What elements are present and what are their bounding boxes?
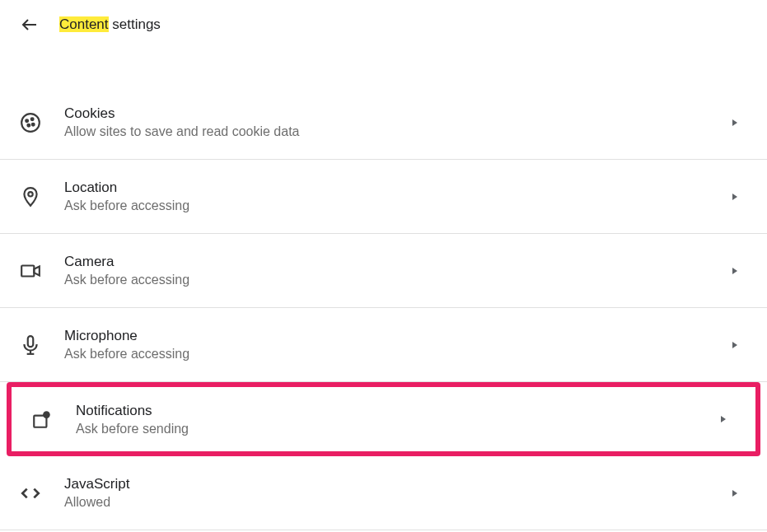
chevron-right-icon (729, 117, 741, 128)
row-title: Notifications (76, 403, 718, 419)
row-text: Cookies Allow sites to save and read coo… (64, 105, 729, 139)
svg-point-1 (21, 114, 40, 132)
cookie-icon (20, 112, 41, 133)
title-suffix: settings (109, 16, 161, 32)
page-header: Content settings (0, 0, 767, 49)
svg-marker-18 (721, 416, 726, 422)
arrow-left-icon (20, 15, 40, 35)
chevron-right-icon (718, 413, 729, 425)
svg-marker-15 (732, 342, 737, 348)
row-title: Cookies (64, 105, 729, 122)
row-text: Location Ask before accessing (64, 180, 729, 213)
chevron-right-icon (729, 265, 741, 277)
svg-point-3 (31, 118, 34, 120)
page-title: Content settings (59, 16, 161, 33)
settings-list: Cookies Allow sites to save and read coo… (0, 86, 767, 530)
svg-marker-8 (732, 194, 737, 200)
row-subtitle: Ask before accessing (64, 198, 729, 213)
setting-row-camera[interactable]: Camera Ask before accessing (0, 234, 767, 308)
chevron-right-icon (729, 488, 741, 499)
svg-marker-6 (732, 119, 737, 126)
row-text: Notifications Ask before sending (76, 403, 718, 436)
svg-rect-12 (28, 336, 34, 347)
row-subtitle: Allow sites to save and read cookie data (64, 124, 729, 139)
chevron-right-icon (729, 191, 741, 203)
chevron-right-icon (729, 339, 741, 351)
svg-marker-19 (732, 490, 737, 497)
row-subtitle: Ask before accessing (64, 273, 729, 287)
svg-point-7 (28, 192, 32, 196)
setting-row-microphone[interactable]: Microphone Ask before accessing (0, 308, 767, 382)
row-subtitle: Ask before sending (76, 422, 718, 436)
setting-row-notifications[interactable]: Notifications Ask before sending (7, 382, 760, 456)
svg-marker-10 (34, 266, 40, 275)
svg-point-2 (26, 119, 28, 122)
row-text: JavaScript Allowed (64, 476, 729, 510)
row-text: Microphone Ask before accessing (64, 328, 729, 362)
svg-rect-9 (21, 265, 34, 276)
svg-point-4 (27, 124, 30, 126)
location-icon (20, 186, 41, 208)
setting-row-location[interactable]: Location Ask before accessing (0, 160, 767, 234)
row-subtitle: Ask before accessing (64, 347, 729, 362)
setting-row-cookies[interactable]: Cookies Allow sites to save and read coo… (0, 86, 767, 160)
javascript-icon (20, 483, 41, 504)
microphone-icon (20, 334, 41, 356)
notifications-icon (31, 408, 53, 430)
svg-point-5 (32, 123, 35, 125)
setting-row-javascript[interactable]: JavaScript Allowed (0, 456, 767, 530)
row-text: Camera Ask before accessing (64, 254, 729, 287)
row-title: Microphone (64, 328, 729, 344)
svg-point-17 (43, 411, 50, 418)
row-title: Location (64, 180, 729, 196)
back-button[interactable] (20, 15, 40, 35)
title-highlight: Content (59, 16, 109, 32)
camera-icon (20, 260, 41, 282)
row-subtitle: Allowed (64, 495, 729, 510)
row-title: JavaScript (64, 476, 729, 492)
row-title: Camera (64, 254, 729, 270)
svg-marker-11 (732, 268, 737, 274)
